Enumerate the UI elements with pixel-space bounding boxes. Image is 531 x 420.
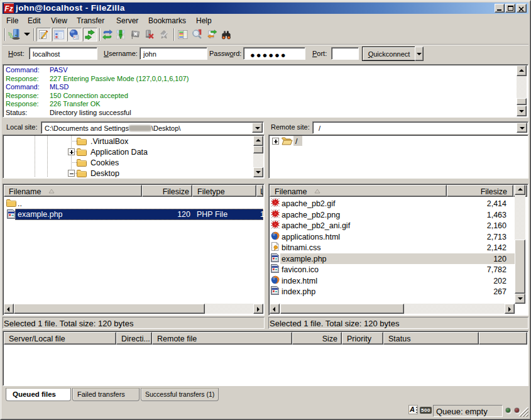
svg-text:Fz: Fz [4,4,13,13]
